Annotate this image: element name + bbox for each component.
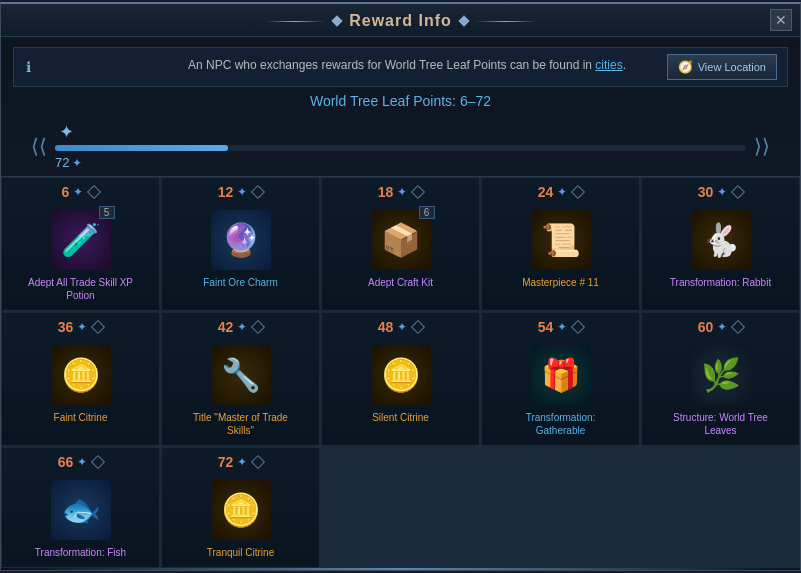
slider-number: 72: [55, 155, 69, 170]
slider-fill: [55, 145, 228, 151]
reward-cell: 6 ✦ 🧪5Adept All Trade Skill XP Potion: [1, 177, 160, 311]
cost-diamond-icon: [411, 320, 425, 334]
cost-number: 66: [58, 454, 74, 470]
slider-track[interactable]: [55, 145, 746, 151]
reward-cost: 24 ✦: [486, 184, 635, 200]
slider-next-button[interactable]: ⟩⟩: [754, 134, 770, 158]
cost-number: 72: [218, 454, 234, 470]
leaf-points-display: World Tree Leaf Points: 6–72: [1, 93, 800, 109]
reward-icon-bg: 🌿: [691, 345, 751, 405]
reward-name: Masterpiece # 11: [522, 276, 599, 289]
reward-icon-container: 📜: [529, 208, 593, 272]
reward-icon-bg: 🔧: [211, 345, 271, 405]
reward-icon-container: 🌿: [689, 343, 753, 407]
cost-leaf-icon: ✦: [77, 320, 87, 334]
reward-icon-container: 🔮: [209, 208, 273, 272]
cost-leaf-icon: ✦: [73, 185, 83, 199]
reward-cost: 72 ✦: [166, 454, 315, 470]
slider-value: 72 ✦: [55, 155, 82, 170]
reward-cell: 36 ✦ 🪙Faint Citrine: [1, 312, 160, 446]
reward-cell: 60 ✦ 🌿Structure: World Tree Leaves: [641, 312, 800, 446]
info-period: .: [623, 58, 626, 72]
reward-cell: 30 ✦ 🐇Transformation: Rabbit: [641, 177, 800, 311]
cost-number: 30: [698, 184, 714, 200]
cost-leaf-icon: ✦: [717, 185, 727, 199]
reward-cost: 30 ✦: [646, 184, 795, 200]
deco-diamond: [332, 15, 343, 26]
slider-prev-button[interactable]: ⟨⟨: [31, 134, 47, 158]
reward-icon-bg: 🐇: [691, 210, 751, 270]
info-icon: ℹ: [26, 57, 31, 78]
leaf-icon-slider: ✦: [72, 156, 82, 170]
reward-cost: 18 ✦: [326, 184, 475, 200]
reward-name: Faint Ore Charm: [203, 276, 277, 289]
reward-icon-container: 🪙: [209, 478, 273, 542]
cost-number: 60: [698, 319, 714, 335]
reward-count-badge: 5: [99, 206, 115, 219]
reward-cost: 60 ✦: [646, 319, 795, 335]
reward-cost: 12 ✦: [166, 184, 315, 200]
footer-deco: [21, 568, 780, 570]
reward-cell: 48 ✦ 🪙Silent Citrine: [321, 312, 480, 446]
cost-leaf-icon: ✦: [237, 320, 247, 334]
reward-icon-container: 🐟: [49, 478, 113, 542]
cost-diamond-icon: [251, 185, 265, 199]
cost-leaf-icon: ✦: [557, 320, 567, 334]
reward-cost: 48 ✦: [326, 319, 475, 335]
reward-name: Title "Master of Trade Skills": [181, 411, 301, 437]
reward-icon-bg: 🧪: [51, 210, 111, 270]
reward-count-badge: 6: [419, 206, 435, 219]
cost-diamond-icon: [87, 185, 101, 199]
compass-icon: 🧭: [678, 60, 693, 74]
cost-number: 48: [378, 319, 394, 335]
reward-icon-bg: 🪙: [211, 480, 271, 540]
cost-number: 42: [218, 319, 234, 335]
reward-icon-bg: 📜: [531, 210, 591, 270]
reward-name: Adept Craft Kit: [368, 276, 433, 289]
reward-icon-container: 🔧: [209, 343, 273, 407]
slider-track-container: ✦ 72 ✦: [55, 121, 746, 170]
cost-diamond-icon: [251, 320, 265, 334]
rewards-grid: 6 ✦ 🧪5Adept All Trade Skill XP Potion 12…: [1, 176, 800, 568]
cost-diamond-icon: [91, 455, 105, 469]
deco-diamond-right: [458, 15, 469, 26]
reward-cost: 54 ✦: [486, 319, 635, 335]
reward-cell: 12 ✦ 🔮Faint Ore Charm: [161, 177, 320, 311]
cities-link[interactable]: cities: [595, 58, 622, 72]
cost-leaf-icon: ✦: [397, 320, 407, 334]
reward-icon-container: 🧪5: [49, 208, 113, 272]
leaf-thumb-icon: ✦: [59, 121, 74, 143]
cost-leaf-icon: ✦: [397, 185, 407, 199]
info-message: An NPC who exchanges rewards for World T…: [188, 58, 592, 72]
modal-header: Reward Info ✕: [1, 4, 800, 37]
reward-icon-bg: 🪙: [371, 345, 431, 405]
view-location-label: View Location: [698, 61, 766, 73]
cost-leaf-icon: ✦: [557, 185, 567, 199]
reward-cell: 66 ✦ 🐟Transformation: Fish: [1, 447, 160, 568]
reward-cell: 54 ✦ 🎁Transformation: Gatherable: [481, 312, 640, 446]
info-banner: ℹ An NPC who exchanges rewards for World…: [13, 47, 788, 87]
cost-leaf-icon: ✦: [77, 455, 87, 469]
cost-number: 12: [218, 184, 234, 200]
reward-name: Transformation: Fish: [35, 546, 126, 559]
reward-icon-bg: 🐟: [51, 480, 111, 540]
reward-cell: 72 ✦ 🪙Tranquil Citrine: [161, 447, 320, 568]
deco-line-right: [476, 21, 536, 22]
view-location-button[interactable]: 🧭 View Location: [667, 54, 777, 80]
reward-icon-container: 🪙: [369, 343, 433, 407]
cost-leaf-icon: ✦: [717, 320, 727, 334]
reward-icon-bg: 🔮: [211, 210, 271, 270]
reward-cost: 66 ✦: [6, 454, 155, 470]
cost-leaf-icon: ✦: [237, 455, 247, 469]
cost-number: 54: [538, 319, 554, 335]
reward-cost: 42 ✦: [166, 319, 315, 335]
reward-icon-bg: 🎁: [531, 345, 591, 405]
deco-line-left: [265, 21, 325, 22]
reward-name: Transformation: Rabbit: [670, 276, 771, 289]
reward-name: Faint Citrine: [54, 411, 108, 424]
cost-diamond-icon: [411, 185, 425, 199]
reward-info-modal: Reward Info ✕ ℹ An NPC who exchanges rew…: [0, 2, 801, 571]
close-button[interactable]: ✕: [770, 9, 792, 31]
info-text: An NPC who exchanges rewards for World T…: [39, 56, 775, 74]
reward-cell: 18 ✦ 📦6Adept Craft Kit: [321, 177, 480, 311]
